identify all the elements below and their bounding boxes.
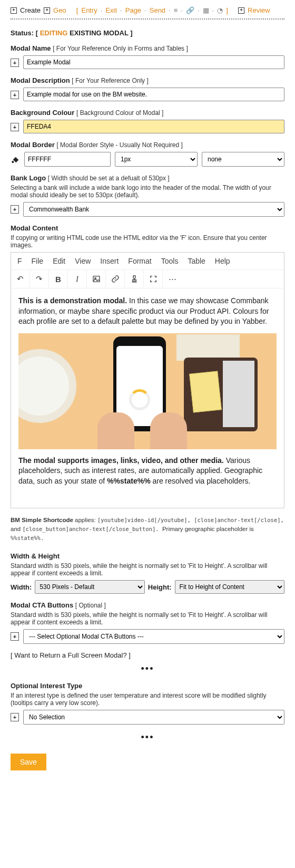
link-icon[interactable]: 🔗 xyxy=(186,6,194,14)
menu-f[interactable]: F xyxy=(17,257,22,265)
redo-icon[interactable]: ↷ xyxy=(30,270,49,288)
bg-colour-input[interactable] xyxy=(23,120,284,133)
border-label: Modal Border xyxy=(11,141,55,149)
divider xyxy=(11,18,284,20)
fullscreen-icon[interactable] xyxy=(144,270,163,288)
content-image xyxy=(18,333,277,449)
toolbar-create[interactable]: Create xyxy=(20,6,41,14)
expand-icon[interactable]: + xyxy=(11,205,19,214)
expand-icon[interactable]: + xyxy=(11,713,19,721)
bank-logo-select[interactable]: Commonwealth Bank xyxy=(23,202,284,217)
menu-format[interactable]: Format xyxy=(128,257,151,265)
plus-icon[interactable]: + xyxy=(44,7,50,14)
rich-text-editor: F File Edit View Insert Format Tools Tab… xyxy=(11,252,284,508)
menu-view[interactable]: View xyxy=(75,257,91,265)
list-icon[interactable]: ≡ xyxy=(174,6,178,14)
more-icon[interactable]: ⋯ xyxy=(163,270,182,288)
menu-insert[interactable]: Insert xyxy=(100,257,119,265)
editor-content-area[interactable]: This is a demonstration modal. In this c… xyxy=(11,288,284,508)
bank-logo-label: Bank Logo xyxy=(11,174,46,182)
section-dots-icon: ••• xyxy=(11,732,284,743)
top-toolbar: + Create + Geo [ Entry · Exit · Page · S… xyxy=(11,6,284,14)
expand-icon[interactable]: + xyxy=(11,59,19,67)
toolbar-entry[interactable]: Entry xyxy=(81,6,97,14)
border-style-select[interactable]: none xyxy=(202,152,284,167)
expand-icon[interactable]: + xyxy=(11,91,19,99)
plus-icon[interactable]: + xyxy=(238,7,244,14)
bg-colour-label: Background Colour xyxy=(11,109,74,117)
bold-icon[interactable]: B xyxy=(49,270,68,288)
width-label: Width: xyxy=(11,583,32,591)
editor-toolbar: ↶ ↷ B I ⋯ xyxy=(11,270,284,288)
form-icon[interactable]: ▦ xyxy=(203,6,209,14)
link-icon[interactable] xyxy=(106,270,125,288)
height-select[interactable]: Fit to Height of Content xyxy=(175,580,284,594)
expand-icon[interactable]: + xyxy=(11,632,19,641)
undo-icon[interactable]: ↶ xyxy=(11,270,30,288)
menu-tools[interactable]: Tools xyxy=(161,257,179,265)
toolbar-geo[interactable]: Geo xyxy=(53,6,66,14)
modal-content-label: Modal Content xyxy=(11,224,284,232)
stamp-icon[interactable] xyxy=(125,270,144,288)
toolbar-page[interactable]: Page xyxy=(125,6,141,14)
menu-help[interactable]: Help xyxy=(215,257,230,265)
interest-select[interactable]: No Selection xyxy=(23,710,284,725)
toolbar-review[interactable]: Review xyxy=(248,6,270,14)
menu-file[interactable]: File xyxy=(32,257,44,265)
modal-description-label: Modal Description xyxy=(11,76,70,84)
wh-label: Width & Height xyxy=(11,552,284,560)
modal-name-label: Modal Name xyxy=(11,44,51,52)
paint-bucket-icon[interactable] xyxy=(11,155,20,164)
width-select[interactable]: 530 Pixels - Default xyxy=(35,580,144,594)
menu-table[interactable]: Table xyxy=(188,257,205,265)
modal-name-input[interactable] xyxy=(23,55,284,69)
interest-label: Optional Interest Type xyxy=(11,682,284,690)
border-color-input[interactable] xyxy=(24,152,111,167)
toolbar-send[interactable]: Send xyxy=(150,6,165,14)
status-line: Status: [ EDITING EXISTING MODAL ] xyxy=(11,29,284,37)
editor-menubar: F File Edit View Insert Format Tools Tab… xyxy=(11,253,284,270)
svg-rect-0 xyxy=(93,276,100,282)
border-width-select[interactable]: 1px xyxy=(115,152,198,167)
toolbar-exit[interactable]: Exit xyxy=(105,6,117,14)
shortcode-note: BM Simple Shortcode applies: [youtube]vi… xyxy=(11,516,284,543)
image-icon[interactable] xyxy=(87,270,106,288)
save-button[interactable]: Save xyxy=(11,754,46,770)
fullscreen-toggle-link[interactable]: [ Want to Return a Full Screen Modal? ] xyxy=(11,651,284,659)
modal-description-input[interactable] xyxy=(23,88,284,101)
height-label: Height: xyxy=(148,583,172,591)
cta-label: Modal CTA Buttons xyxy=(11,601,73,609)
plus-icon[interactable]: + xyxy=(11,7,17,14)
cta-select[interactable]: --- Select Optional Modal CTA Buttons --… xyxy=(23,629,284,644)
italic-icon[interactable]: I xyxy=(68,270,87,288)
section-dots-icon: ••• xyxy=(11,663,284,674)
menu-edit[interactable]: Edit xyxy=(53,257,65,265)
pie-icon[interactable]: ◔ xyxy=(217,6,223,14)
expand-icon[interactable]: + xyxy=(11,123,19,131)
